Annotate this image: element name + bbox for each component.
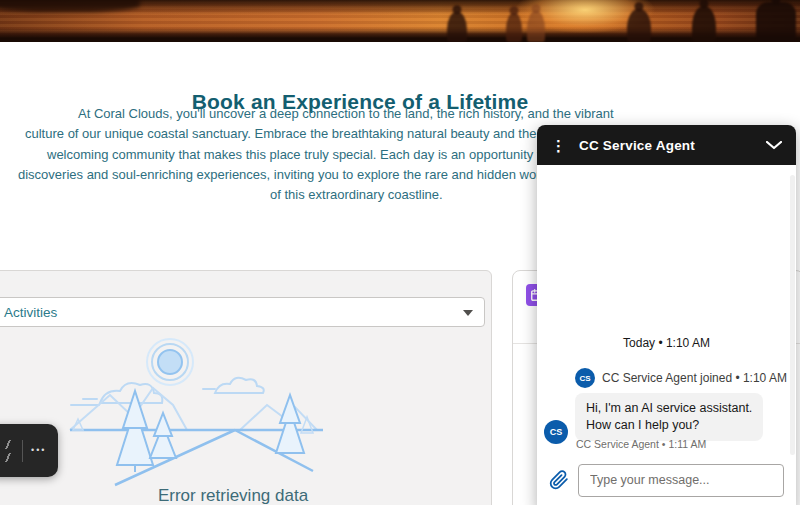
people-silhouettes <box>692 6 716 42</box>
agent-message-line: How can I help you? <box>586 417 752 434</box>
message-input[interactable] <box>578 464 784 497</box>
chat-title: CC Service Agent <box>579 138 695 153</box>
people-silhouettes <box>447 12 467 42</box>
error-message: Error retrieving data <box>0 486 490 505</box>
avatar: CS <box>544 420 568 444</box>
dropdown-arrow-icon <box>463 310 473 316</box>
joined-event-text: CC Service Agent joined • 1:10 AM <box>602 371 787 385</box>
hero-banner-photo <box>0 0 800 42</box>
agent-message-bubble: Hi, I'm an AI service assistant. How can… <box>575 393 763 441</box>
chat-input-row <box>549 461 784 499</box>
shore-silhouette <box>0 0 140 12</box>
agent-message-line: Hi, I'm an AI service assistant. <box>586 400 752 417</box>
intro-paragraph-line: culture of our unique coastal sanctuary.… <box>25 126 575 141</box>
chat-widget: ⋮ CC Service Agent Today • 1:10 AM CS CC… <box>537 125 796 505</box>
chat-joined-event: CS CC Service Agent joined • 1:10 AM <box>575 368 787 388</box>
intro-paragraph-line: discoveries and soul-enriching experienc… <box>18 167 569 182</box>
chat-header: ⋮ CC Service Agent <box>537 125 796 165</box>
kebab-menu-icon[interactable]: ⋮ <box>551 138 566 153</box>
activities-dropdown[interactable]: Activities <box>0 297 485 327</box>
chat-body: Today • 1:10 AM CS CC Service Agent join… <box>537 165 796 505</box>
mini-toolbar-overlay: ••• <box>0 424 58 477</box>
avatar: CS <box>575 368 595 388</box>
chat-date-divider: Today • 1:10 AM <box>537 336 796 350</box>
paperclip-icon[interactable] <box>549 470 569 490</box>
page: Book an Experience of a Lifetime At Cora… <box>0 0 800 505</box>
people-silhouettes <box>527 11 545 42</box>
intro-paragraph-line: welcoming community that makes this plac… <box>47 147 580 162</box>
activities-dropdown-label: Activities <box>4 305 57 320</box>
landscape-illustration <box>55 333 425 493</box>
intro-paragraph-line: of this extraordinary coastline. <box>270 187 443 202</box>
chat-scrollbar[interactable] <box>790 175 795 455</box>
toolbar-divider <box>22 440 23 462</box>
more-options-button[interactable]: ••• <box>31 446 46 455</box>
people-silhouettes <box>756 2 796 42</box>
intro-paragraph-line: At Coral Clouds, you'll uncover a deep c… <box>78 106 614 121</box>
people-silhouettes <box>627 9 651 42</box>
toolbar-glyphs-icon <box>2 440 14 462</box>
people-silhouettes <box>506 13 522 42</box>
message-meta: CC Service Agent • 1:11 AM <box>576 438 706 450</box>
chevron-down-icon[interactable] <box>766 141 782 150</box>
